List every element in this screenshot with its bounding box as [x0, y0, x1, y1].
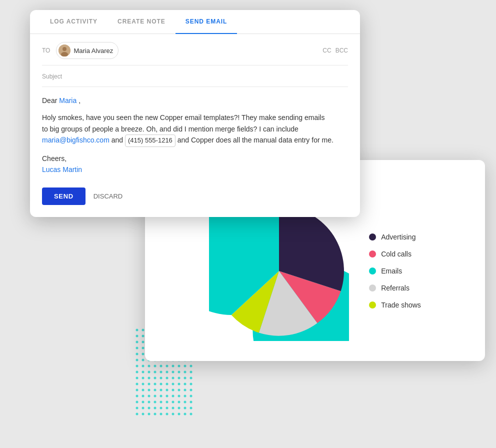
signature: Cheers, Lucas Martin	[42, 153, 348, 176]
tab-create-note[interactable]: CREATE NOTE	[108, 10, 176, 34]
svg-point-1	[62, 47, 66, 51]
send-button[interactable]: SEND	[42, 188, 86, 205]
legend-dot-cold-calls	[369, 250, 376, 258]
email-body: TO Maria Alvarez CC BCC Subject	[30, 34, 360, 217]
greeting-text: Dear	[42, 96, 57, 104]
body-and: and	[112, 136, 125, 144]
email-actions: SEND DISCARD	[42, 188, 348, 205]
to-label: TO	[42, 47, 50, 54]
cheers-text: Cheers,	[42, 153, 348, 164]
legend-label-cold-calls: Cold calls	[381, 250, 412, 258]
legend-label-advertising: Advertising	[381, 233, 416, 241]
legend-item-advertising: Advertising	[369, 233, 421, 241]
body-paragraph: Holy smokes, have you seen the new Coppe…	[42, 112, 348, 147]
legend-item-cold-calls: Cold calls	[369, 250, 421, 258]
pie-chart	[209, 201, 349, 341]
to-row: TO Maria Alvarez CC BCC	[42, 42, 348, 66]
greeting-line: Dear Maria ,	[42, 95, 348, 106]
first-name: Maria	[59, 96, 76, 104]
chart-legend: Advertising Cold calls Emails Referrals …	[369, 233, 421, 309]
legend-dot-emails	[369, 268, 376, 274]
tab-send-email[interactable]: SEND EMAIL	[176, 10, 238, 34]
body-line1: Holy smokes, have you seen the new Coppe…	[42, 114, 324, 122]
chart-content: Advertising Cold calls Emails Referrals …	[165, 201, 465, 341]
body-line2: to big groups of people a breeze. Oh, an…	[42, 125, 298, 133]
legend-dot-referrals	[369, 284, 376, 292]
email-card: LOG ACTIVITY CREATE NOTE SEND EMAIL TO M…	[30, 10, 360, 217]
tab-log-activity[interactable]: LOG ACTIVITY	[40, 10, 108, 34]
comma: ,	[78, 96, 80, 104]
legend-label-referrals: Referrals	[381, 284, 410, 292]
subject-label: Subject	[42, 73, 62, 80]
legend-dot-trade-shows	[369, 302, 376, 308]
email-content: Dear Maria , Holy smokes, have you seen …	[42, 95, 348, 176]
email-tabs: LOG ACTIVITY CREATE NOTE SEND EMAIL	[30, 10, 360, 34]
cc-label[interactable]: CC	[322, 47, 331, 54]
bcc-label[interactable]: BCC	[336, 47, 348, 54]
body-end: and Copper does all the manual data entr…	[178, 136, 334, 144]
legend-label-emails: Emails	[381, 267, 402, 275]
legend-item-emails: Emails	[369, 267, 421, 275]
email-link[interactable]: maria@bigfishco.com	[42, 136, 110, 144]
recipient-name: Maria Alvarez	[74, 47, 113, 54]
legend-item-referrals: Referrals	[369, 284, 421, 292]
subject-row: Subject	[42, 72, 348, 87]
avatar	[58, 44, 70, 56]
discard-button[interactable]: DISCARD	[94, 192, 123, 200]
legend-dot-advertising	[369, 234, 376, 240]
cc-bcc: CC BCC	[322, 47, 348, 54]
legend-label-trade-shows: Trade shows	[381, 301, 421, 309]
phone-chip: (415) 555-1216	[125, 134, 176, 147]
recipient-chip[interactable]: Maria Alvarez	[56, 42, 118, 59]
sender-name: Lucas Martin	[42, 164, 348, 175]
legend-item-trade-shows: Trade shows	[369, 301, 421, 309]
